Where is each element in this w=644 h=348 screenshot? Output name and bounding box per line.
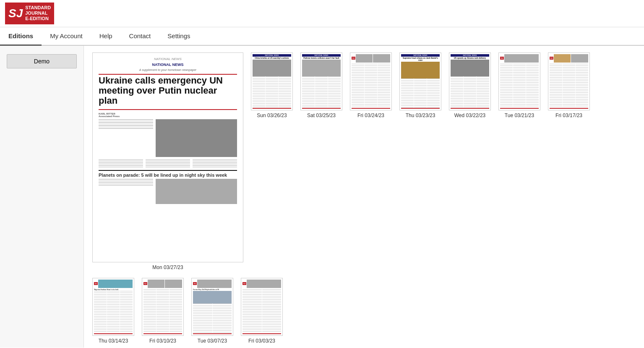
edition-thumb-5: SJ [498,52,540,110]
edition-date-8: Fri 03/10/23 [149,338,176,344]
edition-thumb-0: NATIONAL NEWS China bristles at US warsh… [251,52,293,110]
feat-headline1: Ukraine calls emergency UN meeting over … [99,76,237,106]
edition-card-5[interactable]: SJ Tue 03/21/23 [498,52,540,118]
edition-card-1[interactable]: NATIONAL NEWS Paltrow insists collision … [300,52,342,118]
feat-headline2: Planets on parade: 5 will be lined up in… [99,173,237,178]
edition-card-0[interactable]: NATIONAL NEWS China bristles at US warsh… [251,52,293,118]
edition-grid: NATIONAL NEWS NATIONAL NEWS A supplement… [92,52,636,344]
edition-card-10[interactable]: SJ Fri 03/03/23 [241,278,283,344]
nav-item-editions[interactable]: Editions [0,27,42,46]
edition-date-featured: Mon 03/27/23 [152,264,183,270]
edition-card-featured[interactable]: NATIONAL NEWS NATIONAL NEWS A supplement… [92,52,243,270]
edition-date-0: Sun 03/26/23 [257,113,287,118]
feat-national-label: NATIONAL NEWS [99,57,237,61]
edition-card-2[interactable]: SJ Fri 03/2 [350,52,392,118]
edition-date-7: Thu 03/14/23 [99,338,128,344]
edition-date-3: Thu 03/23/23 [406,113,435,118]
sidebar: Demo [0,46,84,348]
feat-sub: A supplement to your hometown newspaper [99,68,237,71]
main-content: NATIONAL NEWS NATIONAL NEWS A supplement… [84,46,644,348]
edition-thumb-1: NATIONAL NEWS Paltrow insists collision … [300,52,342,110]
edition-date-6: Fri 03/17/23 [555,113,582,118]
edition-card-9[interactable]: SJ Former Rep. Dell Raybould dies at 99 [191,278,233,344]
edition-card-4[interactable]: NATIONAL NEWS US speeds up Abrams tank d… [449,52,491,118]
nav-item-contact[interactable]: Contact [121,27,159,46]
nav-item-settings[interactable]: Settings [159,27,198,46]
header: SJ STANDARD JOURNAL E-EDITION [0,0,644,27]
edition-card-7[interactable]: SJ 'Nigerian Fashion Show' to be held [92,278,134,344]
edition-date-10: Fri 03/03/23 [248,338,275,344]
edition-thumb-7: SJ 'Nigerian Fashion Show' to be held [92,278,134,336]
edition-card-3[interactable]: NATIONAL NEWS Supreme Court chews on Jac… [399,52,441,118]
nav-item-my-account[interactable]: My Account [42,27,91,46]
logo[interactable]: SJ STANDARD JOURNAL E-EDITION [5,3,54,24]
nav-item-help[interactable]: Help [91,27,121,46]
edition-date-1: Sat 03/25/23 [307,113,336,118]
layout: Demo NATIONAL NEWS NATIONAL NEWS A suppl… [0,46,644,348]
edition-thumb-2: SJ [350,52,392,110]
feat-byline: KARL RITTERAssociated Press [99,113,237,118]
feat-paper-name: NATIONAL NEWS [99,63,237,67]
edition-card-8[interactable]: SJ Fri 03/1 [142,278,184,344]
edition-date-9: Tue 03/07/23 [198,338,227,344]
edition-date-5: Tue 03/21/23 [505,113,534,118]
logo-sj: SJ [8,6,23,21]
edition-thumb-featured: NATIONAL NEWS NATIONAL NEWS A supplement… [92,52,243,262]
logo-text: STANDARD JOURNAL E-EDITION [25,5,51,22]
edition-thumb-3: NATIONAL NEWS Supreme Court chews on Jac… [399,52,441,110]
edition-thumb-10: SJ [241,278,283,336]
edition-card-6[interactable]: SJ Fri 03/1 [548,52,590,118]
demo-button[interactable]: Demo [7,54,77,68]
edition-thumb-4: NATIONAL NEWS US speeds up Abrams tank d… [449,52,491,110]
edition-date-2: Fri 03/24/23 [357,113,384,118]
nav-bar: Editions My Account Help Contact Setting… [0,27,644,46]
edition-thumb-6: SJ [548,52,590,110]
edition-date-4: Wed 03/22/23 [454,113,486,118]
edition-thumb-9: SJ Former Rep. Dell Raybould dies at 99 [191,278,233,336]
edition-thumb-8: SJ [142,278,184,336]
sidebar-demo-section: Demo [7,54,77,68]
